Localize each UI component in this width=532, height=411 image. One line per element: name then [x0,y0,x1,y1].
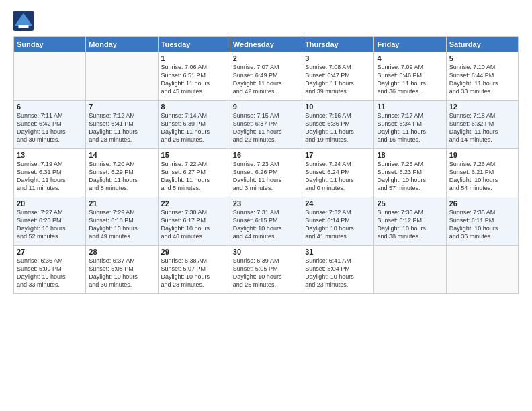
calendar-week-3: 13Sunrise: 7:19 AM Sunset: 6:31 PM Dayli… [14,149,519,197]
day-number: 21 [89,199,154,208]
day-number: 18 [377,151,443,159]
day-info: Sunrise: 7:14 AM Sunset: 6:39 PM Dayligh… [161,111,227,144]
day-number: 3 [305,54,371,62]
day-info: Sunrise: 7:11 AM Sunset: 6:42 PM Dayligh… [17,111,83,144]
day-number: 1 [161,54,227,62]
day-number: 9 [233,103,299,111]
day-number: 31 [305,248,371,256]
day-info: Sunrise: 7:33 AM Sunset: 6:12 PM Dayligh… [377,208,443,241]
day-info: Sunrise: 7:18 AM Sunset: 6:32 PM Dayligh… [449,111,515,144]
day-info: Sunrise: 7:30 AM Sunset: 6:17 PM Dayligh… [161,208,227,241]
day-info: Sunrise: 7:22 AM Sunset: 6:27 PM Dayligh… [161,160,227,193]
day-number: 26 [449,199,515,208]
day-info: Sunrise: 6:41 AM Sunset: 5:04 PM Dayligh… [305,257,371,289]
day-number: 8 [161,103,227,111]
calendar-cell: 5Sunrise: 7:10 AM Sunset: 6:44 PM Daylig… [446,52,518,101]
calendar-cell: 20Sunrise: 7:27 AM Sunset: 6:20 PM Dayli… [14,197,86,246]
day-number: 30 [233,248,299,256]
calendar-cell: 13Sunrise: 7:19 AM Sunset: 6:31 PM Dayli… [14,149,86,197]
day-info: Sunrise: 6:39 AM Sunset: 5:05 PM Dayligh… [233,257,299,289]
day-number: 16 [233,151,299,159]
day-number: 20 [17,199,83,208]
calendar-cell [374,246,446,294]
calendar-cell: 28Sunrise: 6:37 AM Sunset: 5:08 PM Dayli… [86,246,158,294]
day-info: Sunrise: 6:36 AM Sunset: 5:09 PM Dayligh… [17,257,83,289]
day-info: Sunrise: 7:23 AM Sunset: 6:26 PM Dayligh… [233,160,299,193]
calendar-cell: 10Sunrise: 7:16 AM Sunset: 6:36 PM Dayli… [302,101,374,149]
day-number: 22 [161,199,227,208]
logo-icon [13,11,34,31]
calendar-cell: 9Sunrise: 7:15 AM Sunset: 6:37 PM Daylig… [230,101,302,149]
day-number: 27 [17,248,83,256]
calendar-cell: 22Sunrise: 7:30 AM Sunset: 6:17 PM Dayli… [158,197,230,246]
calendar-cell: 8Sunrise: 7:14 AM Sunset: 6:39 PM Daylig… [158,101,230,149]
calendar-cell: 2Sunrise: 7:07 AM Sunset: 6:49 PM Daylig… [230,52,302,101]
calendar-cell: 23Sunrise: 7:31 AM Sunset: 6:15 PM Dayli… [230,197,302,246]
weekday-header-friday: Friday [374,37,446,52]
day-info: Sunrise: 7:25 AM Sunset: 6:23 PM Dayligh… [377,160,443,193]
calendar-cell: 26Sunrise: 7:35 AM Sunset: 6:11 PM Dayli… [446,197,518,246]
day-number: 24 [305,199,371,208]
day-number: 19 [449,151,515,159]
calendar-cell: 21Sunrise: 7:29 AM Sunset: 6:18 PM Dayli… [86,197,158,246]
day-number: 6 [17,103,83,111]
day-info: Sunrise: 7:09 AM Sunset: 6:46 PM Dayligh… [377,63,443,96]
day-info: Sunrise: 7:32 AM Sunset: 6:14 PM Dayligh… [305,208,371,241]
day-info: Sunrise: 7:07 AM Sunset: 6:49 PM Dayligh… [233,63,299,96]
day-number: 12 [449,103,515,111]
weekday-header-monday: Monday [86,37,158,52]
calendar-week-1: 1Sunrise: 7:06 AM Sunset: 6:51 PM Daylig… [14,52,519,101]
weekday-header-wednesday: Wednesday [230,37,302,52]
day-info: Sunrise: 7:31 AM Sunset: 6:15 PM Dayligh… [233,208,299,241]
day-number: 23 [233,199,299,208]
day-number: 29 [161,248,227,256]
weekday-header-row: SundayMondayTuesdayWednesdayThursdayFrid… [14,37,519,52]
calendar-cell: 31Sunrise: 6:41 AM Sunset: 5:04 PM Dayli… [302,246,374,294]
day-info: Sunrise: 7:16 AM Sunset: 6:36 PM Dayligh… [305,111,371,144]
day-info: Sunrise: 7:26 AM Sunset: 6:21 PM Dayligh… [449,160,515,193]
day-info: Sunrise: 7:27 AM Sunset: 6:20 PM Dayligh… [17,208,83,241]
calendar-cell [86,52,158,101]
day-number: 7 [89,103,154,111]
day-number: 5 [449,54,515,62]
calendar-cell: 25Sunrise: 7:33 AM Sunset: 6:12 PM Dayli… [374,197,446,246]
calendar-cell [14,52,86,101]
day-info: Sunrise: 6:37 AM Sunset: 5:08 PM Dayligh… [89,257,154,289]
calendar-cell [446,246,518,294]
calendar-cell: 7Sunrise: 7:12 AM Sunset: 6:41 PM Daylig… [86,101,158,149]
day-number: 28 [89,248,154,256]
calendar-cell: 1Sunrise: 7:06 AM Sunset: 6:51 PM Daylig… [158,52,230,101]
day-number: 11 [377,103,443,111]
weekday-header-tuesday: Tuesday [158,37,230,52]
calendar-cell: 19Sunrise: 7:26 AM Sunset: 6:21 PM Dayli… [446,149,518,197]
day-info: Sunrise: 7:29 AM Sunset: 6:18 PM Dayligh… [89,208,154,241]
calendar-table: SundayMondayTuesdayWednesdayThursdayFrid… [13,36,519,294]
calendar-cell: 11Sunrise: 7:17 AM Sunset: 6:34 PM Dayli… [374,101,446,149]
day-number: 15 [161,151,227,159]
calendar-week-4: 20Sunrise: 7:27 AM Sunset: 6:20 PM Dayli… [14,197,519,246]
calendar-cell: 14Sunrise: 7:20 AM Sunset: 6:29 PM Dayli… [86,149,158,197]
weekday-header-sunday: Sunday [14,37,86,52]
day-number: 17 [305,151,371,159]
weekday-header-thursday: Thursday [302,37,374,52]
calendar-cell: 3Sunrise: 7:08 AM Sunset: 6:47 PM Daylig… [302,52,374,101]
calendar-cell: 29Sunrise: 6:38 AM Sunset: 5:07 PM Dayli… [158,246,230,294]
page: SundayMondayTuesdayWednesdayThursdayFrid… [0,0,532,301]
logo [13,11,36,31]
calendar-cell: 15Sunrise: 7:22 AM Sunset: 6:27 PM Dayli… [158,149,230,197]
calendar-cell: 24Sunrise: 7:32 AM Sunset: 6:14 PM Dayli… [302,197,374,246]
day-number: 13 [17,151,83,159]
calendar-cell: 16Sunrise: 7:23 AM Sunset: 6:26 PM Dayli… [230,149,302,197]
calendar-cell: 27Sunrise: 6:36 AM Sunset: 5:09 PM Dayli… [14,246,86,294]
calendar-week-2: 6Sunrise: 7:11 AM Sunset: 6:42 PM Daylig… [14,101,519,149]
header [13,11,519,31]
calendar-week-5: 27Sunrise: 6:36 AM Sunset: 5:09 PM Dayli… [14,246,519,294]
day-info: Sunrise: 6:38 AM Sunset: 5:07 PM Dayligh… [161,257,227,289]
calendar-cell: 4Sunrise: 7:09 AM Sunset: 6:46 PM Daylig… [374,52,446,101]
calendar-cell: 30Sunrise: 6:39 AM Sunset: 5:05 PM Dayli… [230,246,302,294]
svg-rect-2 [19,25,29,28]
calendar-cell: 12Sunrise: 7:18 AM Sunset: 6:32 PM Dayli… [446,101,518,149]
day-number: 14 [89,151,154,159]
day-number: 2 [233,54,299,62]
day-info: Sunrise: 7:10 AM Sunset: 6:44 PM Dayligh… [449,63,515,96]
